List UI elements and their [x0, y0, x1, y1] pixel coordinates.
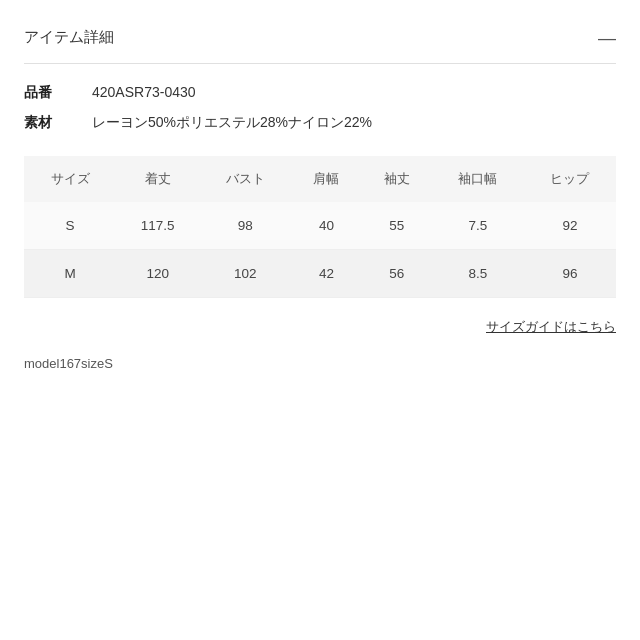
table-header-cell: 袖丈	[362, 156, 432, 202]
material-value: レーヨン50%ポリエステル28%ナイロン22%	[92, 114, 372, 132]
section-header: アイテム詳細 —	[24, 28, 616, 64]
table-header-cell: サイズ	[24, 156, 116, 202]
table-cell: M	[24, 250, 116, 298]
material-label: 素材	[24, 114, 72, 132]
table-cell: 7.5	[432, 202, 524, 250]
size-guide-link-wrapper: サイズガイドはこちら	[24, 318, 616, 336]
table-row: S117.59840557.592	[24, 202, 616, 250]
table-header-cell: 肩幅	[291, 156, 361, 202]
table-cell: 98	[199, 202, 291, 250]
model-info: model167sizeS	[24, 356, 616, 371]
product-info: 品番 420ASR73-0430 素材 レーヨン50%ポリエステル28%ナイロン…	[24, 84, 616, 132]
size-table: サイズ着丈バスト肩幅袖丈袖口幅ヒップ S117.59840557.592M120…	[24, 156, 616, 298]
material-row: 素材 レーヨン50%ポリエステル28%ナイロン22%	[24, 114, 616, 132]
table-cell: 40	[291, 202, 361, 250]
table-cell: 55	[362, 202, 432, 250]
item-number-label: 品番	[24, 84, 72, 102]
item-number-row: 品番 420ASR73-0430	[24, 84, 616, 102]
size-table-wrapper: サイズ着丈バスト肩幅袖丈袖口幅ヒップ S117.59840557.592M120…	[24, 156, 616, 298]
table-cell: 92	[524, 202, 616, 250]
table-header-cell: 着丈	[116, 156, 199, 202]
item-detail-section: アイテム詳細 — 品番 420ASR73-0430 素材 レーヨン50%ポリエス…	[0, 0, 640, 395]
table-header-cell: 袖口幅	[432, 156, 524, 202]
collapse-icon[interactable]: —	[598, 29, 616, 47]
table-cell: 96	[524, 250, 616, 298]
table-cell: 42	[291, 250, 361, 298]
table-header-row: サイズ着丈バスト肩幅袖丈袖口幅ヒップ	[24, 156, 616, 202]
table-cell: 117.5	[116, 202, 199, 250]
table-cell: 8.5	[432, 250, 524, 298]
item-number-value: 420ASR73-0430	[92, 84, 196, 100]
table-header-cell: ヒップ	[524, 156, 616, 202]
table-cell: S	[24, 202, 116, 250]
size-guide-link[interactable]: サイズガイドはこちら	[486, 319, 616, 334]
table-cell: 120	[116, 250, 199, 298]
section-title: アイテム詳細	[24, 28, 114, 47]
table-row: M12010242568.596	[24, 250, 616, 298]
table-cell: 102	[199, 250, 291, 298]
table-header-cell: バスト	[199, 156, 291, 202]
table-cell: 56	[362, 250, 432, 298]
